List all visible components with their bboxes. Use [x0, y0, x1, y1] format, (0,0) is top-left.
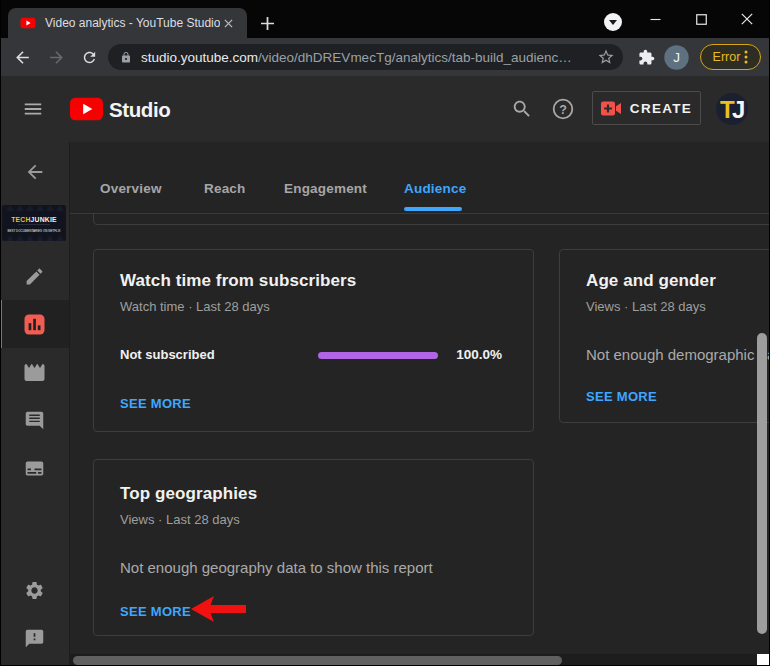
tab-engagement[interactable]: Engagement — [284, 181, 367, 196]
sidebar-item-analytics[interactable] — [0, 300, 69, 348]
card-subtitle: Views · Last 28 days — [120, 512, 240, 527]
back-button[interactable] — [8, 43, 36, 71]
back-arrow-icon — [13, 48, 32, 67]
profile-initial: J — [673, 50, 680, 65]
svg-text:TECHJUNKIE: TECHJUNKIE — [11, 216, 57, 223]
tab-title: Video analytics - YouTube Studio — [45, 16, 220, 30]
extensions-button[interactable] — [632, 43, 660, 71]
analytics-content: Overview Reach Engagement Audience Watch… — [70, 142, 770, 666]
channel-avatar[interactable]: T J — [716, 93, 748, 129]
scrollbar-corner — [757, 654, 769, 665]
tab-close-icon[interactable] — [220, 15, 237, 32]
feedback-icon — [24, 628, 45, 649]
svg-text:?: ? — [559, 103, 567, 117]
tab-reach[interactable]: Reach — [204, 181, 246, 196]
browser-toolbar: studio.youtube.com/video/dhDREVmecTg/ana… — [0, 38, 770, 76]
card-watch-time-from-subscribers: Watch time from subscribers Watch time ·… — [93, 249, 534, 432]
subtitles-icon — [24, 458, 45, 479]
url-domain: studio.youtube.com — [141, 50, 258, 65]
window-maximize-button[interactable] — [678, 0, 724, 38]
tab-overview[interactable]: Overview — [100, 181, 162, 196]
annotation-arrow-icon — [190, 594, 247, 624]
bar-value: 100.0% — [444, 347, 502, 362]
active-tab-underline — [404, 207, 462, 211]
sidebar-item-feedback[interactable] — [0, 614, 69, 662]
card-age-and-gender: Age and gender Views · Last 28 days Not … — [559, 249, 770, 423]
window-minimize-button[interactable] — [632, 0, 678, 38]
card-title: Watch time from subscribers — [120, 271, 356, 291]
see-more-link[interactable]: SEE MORE — [120, 396, 191, 411]
puzzle-icon — [638, 49, 655, 66]
hamburger-icon — [22, 98, 44, 120]
comment-icon — [24, 410, 45, 431]
analytics-icon — [24, 314, 45, 335]
youtube-logo-icon — [70, 97, 104, 121]
new-tab-button[interactable] — [256, 12, 278, 34]
search-icon — [511, 98, 533, 120]
help-button[interactable]: ? — [551, 97, 575, 125]
back-arrow-icon — [24, 161, 46, 183]
card-top-geographies: Top geographies Views · Last 28 days Not… — [93, 459, 534, 636]
forward-button[interactable] — [42, 43, 70, 71]
sidebar-item-comments[interactable] — [0, 396, 69, 444]
avatar-letter-j: J — [732, 96, 745, 123]
tab-audience[interactable]: Audience — [404, 181, 466, 196]
browser-tab[interactable]: Video analytics - YouTube Studio — [8, 8, 247, 38]
chevron-down-icon — [609, 20, 617, 25]
studio-sidebar: TECHJUNKIE BEST DOCUMENTARIES ON NETFLIX — [0, 142, 70, 666]
studio-header: Studio ? CREATE T J — [0, 76, 770, 142]
create-label: CREATE — [630, 101, 692, 116]
horizontal-scrollbar-thumb[interactable] — [73, 656, 562, 665]
window-border-left — [0, 0, 1, 666]
reload-icon — [81, 49, 98, 66]
browser-profile-avatar[interactable]: J — [663, 44, 689, 70]
card-title: Age and gender — [586, 271, 716, 291]
studio-logo[interactable] — [70, 97, 104, 125]
studio-logo-text: Studio — [109, 98, 170, 122]
search-button[interactable] — [511, 98, 533, 124]
see-more-link[interactable]: SEE MORE — [586, 389, 657, 404]
clapperboard-icon — [24, 363, 45, 382]
bar-fill — [318, 352, 438, 359]
see-more-link[interactable]: SEE MORE — [120, 604, 191, 619]
card-body-text: Not enough geography data to show this r… — [120, 559, 433, 576]
thumb-brand-tech: TECH — [11, 216, 30, 223]
thumb-caption: BEST DOCUMENTARIES ON NETFLIX — [7, 229, 60, 233]
error-label: Error — [713, 50, 741, 64]
bar-chart — [318, 352, 438, 359]
hamburger-menu-button[interactable] — [22, 98, 44, 124]
lock-icon — [120, 51, 132, 64]
card-subtitle: Views · Last 28 days — [586, 299, 706, 314]
card-subtitle: Watch time · Last 28 days — [120, 299, 270, 314]
address-bar[interactable]: studio.youtube.com/video/dhDREVmecTg/ana… — [108, 44, 623, 70]
kebab-menu-icon — [744, 50, 748, 64]
forward-arrow-icon — [47, 48, 66, 67]
vertical-scrollbar-thumb[interactable] — [757, 333, 767, 634]
create-button[interactable]: CREATE — [592, 91, 701, 125]
thumb-brand-junkie: JUNKIE — [31, 216, 57, 223]
help-icon: ? — [551, 97, 575, 121]
reload-button[interactable] — [75, 43, 103, 71]
sidebar-item-details[interactable] — [0, 252, 69, 300]
bar-label: Not subscribed — [120, 347, 215, 362]
card-body-text: Not enough demographic data to show this… — [586, 346, 770, 363]
gear-icon — [24, 580, 45, 601]
sidebar-item-editor[interactable] — [0, 348, 69, 396]
url-text: studio.youtube.com/video/dhDREVmecTg/ana… — [141, 50, 597, 65]
camcorder-icon — [601, 101, 621, 116]
youtube-favicon — [20, 15, 36, 31]
browser-menu-error-button[interactable]: Error — [700, 44, 761, 70]
sidebar-item-subtitles[interactable] — [0, 444, 69, 492]
video-thumbnail[interactable]: TECHJUNKIE BEST DOCUMENTARIES ON NETFLIX — [2, 205, 66, 241]
sidebar-back-button[interactable] — [0, 148, 69, 196]
url-path: /video/dhDREVmecTg/analytics/tab-build_a… — [258, 50, 572, 65]
window-close-button[interactable] — [724, 0, 770, 38]
tab-search-button[interactable] — [604, 13, 622, 31]
analytics-tabs: Overview Reach Engagement Audience — [70, 142, 770, 214]
browser-titlebar: Video analytics - YouTube Studio — [0, 0, 770, 38]
sidebar-item-settings[interactable] — [0, 566, 69, 614]
bookmark-star-icon[interactable] — [597, 48, 615, 66]
pencil-icon — [24, 266, 45, 287]
card-title: Top geographies — [120, 484, 257, 504]
